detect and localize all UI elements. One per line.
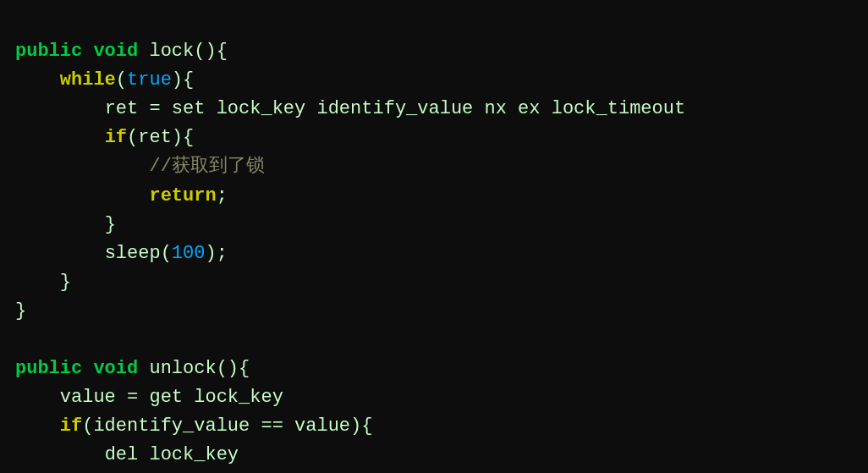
keyword-void-1: void xyxy=(93,41,138,62)
code-display: public void lock(){ while(true){ ret = s… xyxy=(15,8,853,473)
keyword-public-1: public xyxy=(15,41,82,62)
code-line-ret: ret = set lock_key identify_value nx ex … xyxy=(105,98,686,119)
keyword-while: while xyxy=(60,69,116,91)
number-100: 100 xyxy=(172,243,206,264)
keyword-true: true xyxy=(127,69,172,91)
keyword-void-2: void xyxy=(93,358,138,379)
code-line-sleep: sleep( xyxy=(105,243,172,264)
comment-lock: //获取到了锁 xyxy=(149,156,264,177)
keyword-public-2: public xyxy=(15,358,82,379)
code-line-value: value = get lock_key xyxy=(60,387,283,408)
code-line-del: del lock_key xyxy=(105,444,239,465)
keyword-if-1: if xyxy=(105,127,127,148)
keyword-return: return xyxy=(149,185,216,206)
keyword-if-2: if xyxy=(60,415,82,437)
